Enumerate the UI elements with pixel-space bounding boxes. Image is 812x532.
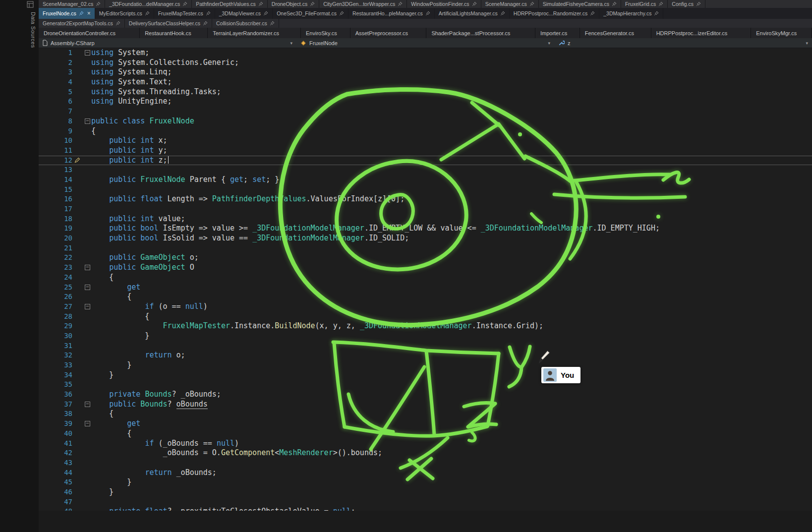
line-number[interactable]: 12 <box>39 156 74 165</box>
code-line-33[interactable]: 33 } <box>39 360 812 370</box>
collapse-box[interactable]: – <box>85 118 90 124</box>
code-line-4[interactable]: 4using System.Text; <box>39 77 812 87</box>
line-number[interactable]: 27 <box>39 302 74 312</box>
collapse-box[interactable]: – <box>85 421 90 426</box>
code-line-47[interactable]: 47 <box>39 497 812 507</box>
line-number[interactable]: 38 <box>39 409 74 419</box>
code-line-3[interactable]: 3using System.Linq; <box>39 67 812 77</box>
line-number[interactable]: 41 <box>39 439 74 449</box>
code-text[interactable]: public int x; <box>91 136 812 146</box>
code-text[interactable] <box>91 341 812 351</box>
code-text[interactable]: public FruxelNode Parent { get; set; } <box>91 175 812 185</box>
code-text[interactable]: _oBounds = O.GetComponent<MeshRenderer>(… <box>91 448 812 458</box>
line-number[interactable]: 16 <box>39 194 74 204</box>
code-text[interactable]: using System.Threading.Tasks; <box>91 87 812 97</box>
line-number[interactable]: 15 <box>39 185 74 195</box>
tab-envirosky.cs[interactable]: EnviroSky.cs <box>301 28 350 38</box>
collapse-box[interactable]: – <box>85 265 90 270</box>
code-line-46[interactable]: 46 } <box>39 487 812 497</box>
line-number[interactable]: 7 <box>39 107 74 117</box>
line-number[interactable]: 14 <box>39 175 74 185</box>
code-line-5[interactable]: 5using System.Threading.Tasks; <box>39 87 812 97</box>
code-line-25[interactable]: 25– get <box>39 283 812 293</box>
line-number[interactable]: 42 <box>39 448 74 458</box>
fold-marker[interactable]: – <box>74 302 91 312</box>
code-text[interactable] <box>91 107 812 117</box>
collapse-box[interactable]: – <box>85 304 90 309</box>
code-line-21[interactable]: 21 <box>39 243 812 253</box>
code-text[interactable]: { <box>91 126 812 136</box>
code-text[interactable]: { <box>91 429 812 439</box>
tab-collisionsubscriber.cs[interactable]: CollisionSubscriber.cs <box>212 19 279 28</box>
code-line-30[interactable]: 30 } <box>39 331 812 341</box>
tab-_3dmapviewer.cs[interactable]: _3DMapViewer.cs <box>215 8 273 19</box>
tab-enviroskymgr.cs[interactable]: EnviroSkyMgr.cs <box>751 28 812 38</box>
line-number[interactable]: 22 <box>39 253 74 263</box>
line-number[interactable]: 4 <box>39 77 74 87</box>
code-line-34[interactable]: 34 } <box>39 370 812 380</box>
code-text[interactable] <box>91 165 812 175</box>
tab-artificiallightsmanager.cs[interactable]: ArtificialLightsManager.cs <box>435 8 510 19</box>
fold-marker[interactable]: – <box>74 419 91 429</box>
fold-marker[interactable]: – <box>74 400 91 410</box>
code-line-16[interactable]: 16 public float Length => PathfinderDept… <box>39 194 812 204</box>
line-number[interactable]: 45 <box>39 477 74 487</box>
code-text[interactable]: { <box>91 292 812 302</box>
code-line-27[interactable]: 27– if (o == null) <box>39 302 812 312</box>
code-text[interactable]: using System; <box>91 48 812 58</box>
code-line-6[interactable]: 6using UnityEngine; <box>39 97 812 107</box>
tab-myeditorscripts.cs[interactable]: MyEditorScripts.cs <box>95 8 154 19</box>
tab-simulatedfisheyecamera.cs[interactable]: SimulatedFisheyeCamera.cs <box>539 0 621 8</box>
line-number[interactable]: 10 <box>39 136 74 146</box>
fold-marker[interactable]: – <box>74 117 91 126</box>
line-number[interactable]: 13 <box>39 165 74 175</box>
line-number[interactable]: 43 <box>39 458 74 468</box>
code-text[interactable]: { <box>91 312 812 322</box>
line-number[interactable]: 40 <box>39 429 74 439</box>
code-line-1[interactable]: 1–using System; <box>39 48 812 58</box>
tab-restauranthook.cs[interactable]: RestaurantHook.cs <box>140 28 208 38</box>
code-line-23[interactable]: 23– public GameObject O <box>39 263 812 273</box>
line-number[interactable]: 28 <box>39 312 74 322</box>
code-text[interactable]: if (o == null) <box>91 302 812 312</box>
tab-hdrppostproc...izereditor.cs[interactable]: HDRPPostproc...izerEditor.cs <box>651 28 752 38</box>
line-number[interactable]: 39 <box>39 419 74 429</box>
line-number[interactable]: 1 <box>39 48 74 58</box>
line-number[interactable]: 24 <box>39 273 74 283</box>
code-line-48[interactable]: 48 private float? _proximityToClosestObs… <box>39 507 812 511</box>
code-text[interactable]: } <box>91 370 812 380</box>
code-line-9[interactable]: 9{ <box>39 126 812 136</box>
code-line-37[interactable]: 37– public Bounds? oBounds <box>39 400 812 410</box>
member-dropdown[interactable]: z ▾ <box>554 38 812 48</box>
close-icon[interactable]: × <box>87 10 91 16</box>
tab-fencesgenerator.cs[interactable]: FencesGenerator.cs <box>580 28 651 38</box>
code-line-20[interactable]: 20 public bool IsSolid => value == _3DFo… <box>39 234 812 243</box>
tab-terrainlayerrandomizer.cs[interactable]: TerrainLayerRandomizer.cs <box>208 28 301 38</box>
tab-windowpositionfinder.cs[interactable]: WindowPositionFinder.cs <box>407 0 481 8</box>
code-text[interactable]: if (_oBounds == null) <box>91 439 812 449</box>
line-number[interactable]: 25 <box>39 283 74 293</box>
code-line-40[interactable]: 40 { <box>39 429 812 439</box>
type-dropdown[interactable]: FruxelNode ▾ <box>296 38 554 48</box>
code-text[interactable]: } <box>91 487 812 497</box>
code-text[interactable]: { <box>91 409 812 419</box>
code-text[interactable]: using UnityEngine; <box>91 97 812 107</box>
tab-shaderpackage...stprocessor.cs[interactable]: ShaderPackage...stProcessor.cs <box>426 28 535 38</box>
tab-importer.cs[interactable]: Importer.cs <box>535 28 580 38</box>
line-number[interactable]: 44 <box>39 468 74 478</box>
fold-marker[interactable]: – <box>74 48 91 58</box>
code-text[interactable]: return o; <box>91 351 812 360</box>
code-line-45[interactable]: 45 } <box>39 477 812 487</box>
code-line-24[interactable]: 24 { <box>39 273 812 283</box>
code-line-36[interactable]: 36 private Bounds? _oBounds; <box>39 390 812 400</box>
code-text[interactable] <box>91 185 812 195</box>
code-line-39[interactable]: 39– get <box>39 419 812 429</box>
code-text[interactable]: using System.Text; <box>91 77 812 87</box>
code-text[interactable]: get <box>91 283 812 293</box>
tab-fruxelgrid.cs[interactable]: FruxelGrid.cs <box>621 0 668 8</box>
code-line-22[interactable]: 22 public GameObject o; <box>39 253 812 263</box>
code-text[interactable]: public int y; <box>91 146 812 156</box>
line-number[interactable]: 6 <box>39 97 74 107</box>
code-text[interactable] <box>91 243 812 253</box>
code-text[interactable]: return _oBounds; <box>91 468 812 478</box>
